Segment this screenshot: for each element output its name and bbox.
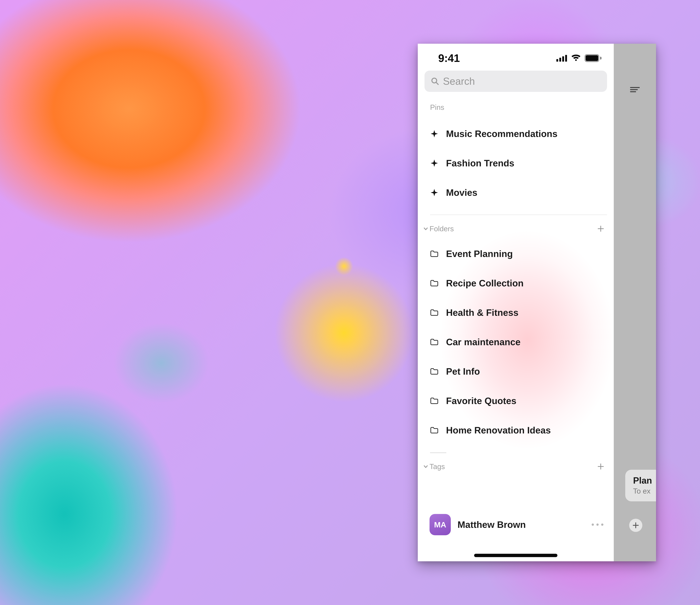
folder-item-event-planning[interactable]: Event Planning [418, 239, 614, 268]
pin-item-movies[interactable]: Movies [418, 178, 614, 207]
folder-icon [430, 367, 439, 376]
status-indicators [556, 54, 601, 62]
folder-icon [430, 396, 439, 405]
content-card-title: Plan [633, 475, 655, 486]
wifi-icon [571, 54, 581, 62]
folder-icon [430, 426, 439, 434]
folder-item-recipe-collection[interactable]: Recipe Collection [418, 268, 614, 298]
folder-item-label: Favorite Quotes [446, 395, 516, 406]
pin-item-label: Movies [446, 187, 477, 198]
main-content-overlay: Plan To ex [614, 44, 656, 561]
sparkle-icon [430, 188, 439, 197]
content-card[interactable]: Plan To ex [625, 470, 656, 501]
folder-item-label: Health & Fitness [446, 307, 519, 318]
svg-rect-8 [565, 55, 567, 62]
tags-toggle[interactable]: Tags [423, 462, 445, 471]
chevron-down-icon [423, 226, 428, 232]
add-tag-button[interactable] [597, 462, 605, 470]
folder-item-label: Home Renovation Ideas [446, 425, 551, 436]
folder-item-label: Event Planning [446, 248, 513, 259]
svg-rect-6 [559, 58, 561, 62]
dot-icon [596, 524, 599, 526]
folder-item-favorite-quotes[interactable]: Favorite Quotes [418, 386, 614, 415]
sparkle-icon [430, 129, 439, 138]
battery-icon [585, 54, 601, 62]
folders-section-label: Folders [429, 224, 454, 233]
folder-icon [430, 338, 439, 346]
pins-list: Music Recommendations Fashion Trends Mov… [418, 112, 614, 207]
new-item-button[interactable] [629, 519, 642, 532]
svg-rect-5 [556, 59, 558, 62]
folder-item-label: Car maintenance [446, 337, 521, 347]
folder-item-label: Recipe Collection [446, 278, 524, 289]
sidebar-drawer: 9:41 [418, 44, 614, 561]
status-time: 9:41 [438, 52, 460, 65]
folder-item-home-renovation-ideas[interactable]: Home Renovation Ideas [418, 415, 614, 445]
svg-rect-7 [562, 56, 564, 62]
user-footer: MA Matthew Brown [418, 509, 614, 561]
folder-icon [430, 279, 439, 287]
user-name[interactable]: Matthew Brown [457, 519, 585, 530]
svg-line-10 [436, 82, 438, 84]
search-icon [431, 77, 439, 85]
pin-item-label: Music Recommendations [446, 128, 557, 139]
content-card-subtitle: To ex [633, 487, 655, 495]
dot-icon [592, 524, 594, 526]
search-input[interactable]: Search [424, 71, 607, 92]
search-placeholder: Search [443, 75, 475, 87]
folders-toggle[interactable]: Folders [423, 224, 454, 233]
sidebar-scroll[interactable]: Pins Music Recommendations Fashion Trend… [418, 92, 614, 561]
phone-screen: Plan To ex 9:41 [418, 44, 656, 561]
folder-icon [430, 249, 439, 258]
folders-section-header: Folders [418, 215, 614, 233]
tags-section-label: Tags [429, 462, 445, 471]
folder-item-car-maintenance[interactable]: Car maintenance [418, 327, 614, 357]
dot-icon [601, 524, 603, 526]
menu-toggle-button[interactable] [629, 86, 641, 94]
add-folder-button[interactable] [597, 225, 605, 233]
pin-item-music-recommendations[interactable]: Music Recommendations [418, 119, 614, 148]
tags-section-header: Tags [418, 453, 614, 471]
folder-item-health-fitness[interactable]: Health & Fitness [418, 298, 614, 327]
sparkle-icon [430, 159, 439, 167]
pin-item-label: Fashion Trends [446, 158, 515, 168]
plus-icon [597, 463, 604, 470]
folder-item-pet-info[interactable]: Pet Info [418, 357, 614, 386]
cellular-signal-icon [556, 55, 567, 62]
user-avatar[interactable]: MA [429, 514, 451, 535]
folder-icon [430, 308, 439, 317]
folder-item-label: Pet Info [446, 366, 480, 377]
menu-icon [630, 86, 640, 93]
plus-icon [597, 225, 604, 232]
plus-icon [632, 522, 639, 529]
status-bar: 9:41 [418, 44, 614, 69]
more-options-button[interactable] [592, 524, 607, 526]
home-indicator[interactable] [474, 554, 557, 557]
pins-section-label: Pins [418, 92, 614, 112]
folders-list: Event Planning Recipe Collection Health … [418, 233, 614, 445]
pin-item-fashion-trends[interactable]: Fashion Trends [418, 148, 614, 178]
chevron-down-icon [423, 464, 428, 469]
